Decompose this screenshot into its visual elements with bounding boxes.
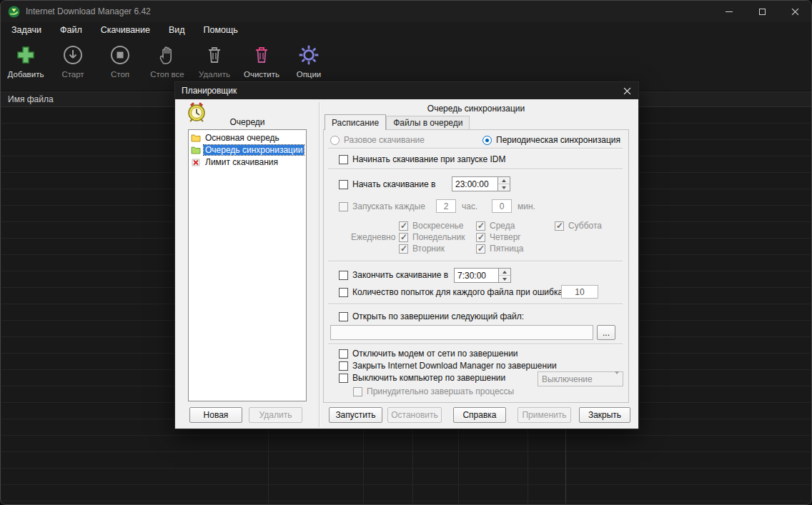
shutdown-mode-value: Выключение [542,374,593,384]
checkbox-label: Начинать скачивание при запуске IDM [352,154,505,164]
spin-up-icon[interactable] [499,269,510,276]
separator [328,169,623,170]
minimize-button[interactable] [713,1,746,22]
day-checkbox-friday[interactable]: Пятница [476,244,524,254]
help-button[interactable]: Справка [453,407,506,423]
daily-label: Ежедневно [351,232,395,242]
maximize-button[interactable] [746,1,778,22]
queue-item-label: Лимит скачивания [204,157,279,167]
minutes-input[interactable] [492,199,512,213]
start-queue-button[interactable]: Запустить [329,407,382,423]
stop-at-checkbox[interactable]: Закончить скачивание в [339,270,448,280]
add-download-button[interactable]: Добавить [2,42,49,79]
toolbar-label: Стоп все [150,70,184,79]
day-checkbox-sunday[interactable]: Воскресенье [399,221,464,231]
periodic-sync-radio[interactable]: Периодическая синхронизация [482,135,620,145]
spin-down-icon[interactable] [498,184,510,191]
menu-file[interactable]: Файл [51,23,91,37]
checkbox-icon [339,312,348,321]
tab-files-in-queue[interactable]: Файлы в очереди [386,116,470,129]
new-queue-button[interactable]: Новая [189,407,242,423]
checkbox-icon [476,244,485,254]
stop-time-input[interactable] [454,268,499,283]
one-time-download-radio[interactable]: Разовое скачивание [330,135,425,145]
menu-view[interactable]: Вид [159,23,194,37]
start-time-input[interactable] [452,176,498,191]
dialog-body: Очереди Основная очередь Очередь синхрон… [175,99,638,430]
checkbox-icon [353,387,362,396]
close-icon [623,87,631,95]
retries-input[interactable] [561,285,598,299]
open-file-checkbox[interactable]: Открыть по завершении следующий файл: [339,311,524,321]
stop-time-field [454,268,511,283]
spin-up-icon[interactable] [498,177,510,184]
day-checkbox-wednesday[interactable]: Среда [476,221,515,231]
day-checkbox-monday[interactable]: Понедельник [399,232,465,242]
queue-item-limit[interactable]: Лимит скачивания [189,156,306,168]
add-icon [13,42,39,68]
day-checkbox-tuesday[interactable]: Вторник [399,244,445,254]
menu-download[interactable]: Скачивание [91,23,159,37]
chevron-down-icon [615,374,619,384]
hours-input[interactable] [436,199,456,213]
start-icon [60,42,86,68]
day-checkbox-thursday[interactable]: Четверг [476,232,521,242]
checkbox-label: Количество попыток для каждого файла при… [352,287,569,297]
stop-button[interactable]: Стоп [96,42,144,79]
start-time-spinner[interactable] [498,176,510,191]
tab-schedule[interactable]: Расписание [325,114,386,130]
options-button[interactable]: Опции [285,42,332,79]
shutdown-checkbox[interactable]: Выключить компьютер по завершении [339,373,505,383]
stop-time-spinner[interactable] [499,268,511,283]
stop-queue-button[interactable]: Остановить [387,407,442,423]
retries-checkbox[interactable]: Количество попыток для каждого файла при… [339,287,569,297]
close-idm-checkbox[interactable]: Закрыть Internet Download Manager по зав… [339,361,557,371]
column-filename[interactable]: Имя файла [8,94,54,104]
checkbox-icon [339,271,348,280]
checkbox-icon [399,221,408,231]
delete-button[interactable]: Удалить [191,42,238,79]
browse-button[interactable]: ... [597,325,615,340]
start-on-idm-launch-checkbox[interactable]: Начинать скачивание при запуске IDM [339,154,505,164]
queues-listbox[interactable]: Основная очередь Очередь синхронизации Л… [188,129,307,401]
separator [328,261,623,262]
close-button[interactable] [778,1,811,22]
shutdown-mode-select[interactable]: Выключение [538,371,623,386]
checkbox-label: Открыть по завершении следующий файл: [352,311,524,321]
checkbox-label: Закончить скачивание в [352,270,448,280]
start-button[interactable]: Старт [49,42,96,79]
checkbox-label: Отключить модем от сети по завершении [352,349,518,359]
apply-button[interactable]: Применить [518,407,571,423]
queues-heading: Очереди [188,117,307,127]
checkbox-icon [339,349,348,359]
checkbox-icon [399,233,408,242]
checkbox-icon [339,374,348,383]
open-file-input[interactable] [330,325,593,340]
menu-help[interactable]: Помощь [194,23,247,37]
spin-down-icon[interactable] [499,276,510,282]
window-titlebar: Internet Download Manager 6.42 [1,1,811,22]
dialog-title: Планировщик [182,86,237,96]
radio-label: Разовое скачивание [344,135,425,145]
hangup-modem-checkbox[interactable]: Отключить модем от сети по завершении [339,349,518,359]
start-at-checkbox[interactable]: Начать скачивание в [339,179,435,189]
menu-tasks[interactable]: Задачи [2,23,51,37]
window-title: Internet Download Manager 6.42 [26,6,151,16]
minutes-unit-label: мин. [518,201,535,211]
folder-sync-icon [191,146,201,154]
clear-button[interactable]: Очистить [238,42,285,79]
day-checkbox-saturday[interactable]: Суббота [555,221,602,231]
start-time-field [452,176,510,191]
checkbox-icon [339,202,348,211]
trash-icon [202,42,227,68]
queue-item-sync[interactable]: Очередь синхронизации [189,144,306,156]
close-dialog-button[interactable]: Закрыть [579,407,630,423]
delete-queue-button[interactable]: Удалить [249,407,302,423]
queue-item-main[interactable]: Основная очередь [189,131,306,144]
force-close-processes-checkbox[interactable]: Принудительно завершать процессы [353,386,514,396]
close-icon [791,8,799,16]
dialog-close-button[interactable] [615,82,638,99]
stop-all-button[interactable]: Стоп все [144,42,191,79]
run-every-checkbox[interactable]: Запускать каждые [339,201,425,211]
checkbox-icon [555,221,564,231]
